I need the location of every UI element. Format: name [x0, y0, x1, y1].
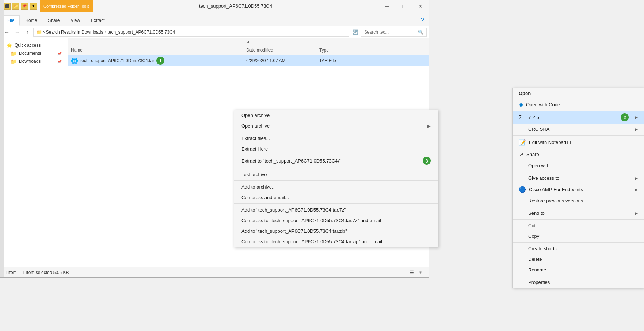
- ctx-compress-zip-email[interactable]: Compress to "tech_support_AP6C71.0D55.73…: [234, 236, 438, 247]
- sidebar-item-downloads[interactable]: 📁 Downloads 📌: [0, 57, 68, 65]
- ctx-give-access[interactable]: Give access to ▶: [513, 173, 644, 183]
- close-button[interactable]: ✕: [412, 0, 429, 12]
- scroll-up-button[interactable]: ▲: [68, 38, 429, 45]
- tab-extract[interactable]: Extract: [85, 15, 110, 26]
- sidebar: ⭐ Quick access 📁 Documents 📌 📁 Downloads…: [0, 38, 68, 267]
- 7zip-icon: 7: [519, 114, 525, 120]
- qs-dropdown[interactable]: ▼: [30, 3, 37, 10]
- ctx-sep-r2: [513, 172, 644, 172]
- ctx-open-with[interactable]: Open with...: [513, 160, 644, 171]
- minimize-button[interactable]: ─: [378, 0, 395, 12]
- ctx-sep-2: [234, 168, 438, 168]
- help-button[interactable]: ?: [418, 15, 427, 26]
- file-date-cell: 6/29/2020 11:07 AM: [243, 58, 316, 63]
- documents-icon: 📁: [11, 50, 17, 56]
- cisco-arrow: ▶: [635, 187, 638, 192]
- ctx-cut[interactable]: Cut: [513, 220, 644, 231]
- ctx-share[interactable]: ↗ Share: [513, 148, 644, 160]
- ctx-test-archive-label: Test archive: [241, 172, 267, 177]
- forward-button[interactable]: →: [13, 28, 22, 37]
- ctx-extract-here[interactable]: Extract Here: [234, 144, 438, 154]
- path-icon: 📁: [37, 30, 42, 35]
- col-type[interactable]: Type: [316, 47, 429, 53]
- context-menu-7zip: Open archive Open archive ▶ Extract file…: [234, 110, 438, 247]
- ctx-send-to[interactable]: Send to ▶: [513, 208, 644, 218]
- ctx-add-7z[interactable]: Add to "tech_support_AP6C71.0D55.73C4.ta…: [234, 205, 438, 215]
- ctx-extract-files[interactable]: Extract files...: [234, 133, 438, 144]
- ctx-edit-notepad-label: Edit with Notepad++: [529, 140, 638, 145]
- ctx-open-with-label: Open with...: [528, 163, 638, 168]
- ctx-add-7z-label: Add to "tech_support_AP6C71.0D55.73C4.ta…: [241, 207, 346, 213]
- details-view-btn[interactable]: ☰: [408, 269, 416, 277]
- ctx-sep-4: [234, 203, 438, 204]
- ctx-copy[interactable]: Copy: [513, 231, 644, 241]
- ctx-open-archive-1-label: Open archive: [241, 113, 270, 118]
- qs-btn3[interactable]: 📌: [21, 3, 28, 10]
- ctx-add-to-archive[interactable]: Add to archive...: [234, 182, 438, 192]
- sidebar-label-downloads: Downloads: [19, 59, 41, 64]
- ctx-extract-to-label: Extract to "tech_support_AP6C71.0D55.73C…: [241, 158, 341, 164]
- ctx-properties[interactable]: Properties: [513, 277, 644, 288]
- tab-home[interactable]: Home: [20, 15, 42, 26]
- up-button[interactable]: ↑: [23, 28, 32, 37]
- ctx-7zip[interactable]: 7 7-Zip 2 ▶: [513, 111, 644, 124]
- ctx-create-shortcut-label: Create shortcut: [528, 246, 638, 251]
- file-type-cell: TAR File: [316, 58, 429, 63]
- ctx-compress-7z-email[interactable]: Compress to "tech_support_AP6C71.0D55.73…: [234, 215, 438, 226]
- search-input[interactable]: [364, 30, 416, 35]
- quick-access-toolbar[interactable]: ⬛: [3, 3, 11, 10]
- open-archive-2-arrow: ▶: [427, 123, 431, 129]
- large-icons-btn[interactable]: ⊞: [416, 269, 424, 277]
- ctx-compress-email[interactable]: Compress and email...: [234, 192, 438, 203]
- 7zip-badge: 2: [621, 113, 629, 121]
- ctx-delete[interactable]: Delete: [513, 254, 644, 265]
- ctx-give-access-label: Give access to: [528, 175, 632, 181]
- table-row[interactable]: 🌐 tech_support_AP6C71.0D55.73C4.tar 1 6/…: [68, 55, 429, 66]
- cisco-icon: 🔵: [519, 186, 526, 193]
- documents-pin-icon: 📌: [57, 52, 62, 56]
- ctx-rename[interactable]: Rename: [513, 265, 644, 275]
- qs-btn2[interactable]: 📂: [12, 3, 19, 10]
- downloads-icon: 📁: [11, 58, 17, 64]
- sidebar-item-quick-access[interactable]: ⭐ Quick access: [0, 41, 68, 49]
- ctx-compress-zip-email-label: Compress to "tech_support_AP6C71.0D55.73…: [241, 239, 382, 244]
- ctx-extract-files-label: Extract files...: [241, 136, 270, 141]
- ctx-test-archive[interactable]: Test archive: [234, 169, 438, 180]
- vscode-icon: ◈: [519, 101, 523, 108]
- ribbon: File Home Share View Extract ?: [0, 12, 429, 26]
- ctx-crc-sha[interactable]: CRC SHA ▶: [513, 124, 644, 134]
- item-count: 1 item: [5, 270, 17, 275]
- view-icons: ☰ ⊞: [408, 269, 424, 277]
- tab-share[interactable]: Share: [42, 15, 65, 26]
- sidebar-scroll-handle[interactable]: [0, 38, 4, 267]
- sidebar-item-documents[interactable]: 📁 Documents 📌: [0, 49, 68, 57]
- ctx-create-shortcut[interactable]: Create shortcut: [513, 243, 644, 254]
- col-name[interactable]: Name: [68, 47, 243, 53]
- ctx-restore-versions[interactable]: Restore previous versions: [513, 195, 644, 206]
- refresh-button[interactable]: 🔄: [351, 28, 359, 37]
- ctx-sep-r1: [513, 135, 644, 136]
- tab-file[interactable]: File: [2, 15, 20, 26]
- ctx-add-zip[interactable]: Add to "tech_support_AP6C71.0D55.73C4.ta…: [234, 226, 438, 236]
- tab-view[interactable]: View: [65, 15, 85, 26]
- ctx-sep-r6: [513, 276, 644, 276]
- ctx-cisco-amp[interactable]: 🔵 Cisco AMP For Endpoints ▶: [513, 183, 644, 195]
- search-icon[interactable]: 🔍: [418, 30, 423, 35]
- notepad-icon: 📝: [519, 139, 526, 146]
- ctx-open[interactable]: Open: [513, 88, 644, 99]
- ctx-open-with-code[interactable]: ◈ Open with Code: [513, 99, 644, 111]
- path-part1: › Search Results in Downloads: [42, 30, 103, 35]
- ctx-cut-label: Cut: [528, 223, 638, 228]
- ctx-edit-notepad[interactable]: 📝 Edit with Notepad++: [513, 136, 644, 148]
- ctx-sep-1: [234, 132, 438, 132]
- path-separator: ›: [104, 30, 106, 35]
- ctx-open-archive-2[interactable]: Open archive ▶: [234, 121, 438, 131]
- address-path[interactable]: 📁 › Search Results in Downloads › tech_s…: [33, 28, 349, 37]
- compressed-folder-tools-tab[interactable]: Compressed Folder Tools: [40, 0, 93, 12]
- maximize-button[interactable]: □: [395, 0, 412, 12]
- col-date[interactable]: Date modified: [243, 47, 316, 53]
- ctx-extract-to[interactable]: Extract to "tech_support_AP6C71.0D55.73C…: [234, 154, 438, 167]
- context-menu-shell: Open ◈ Open with Code 7 7-Zip 2 ▶ CRC SH…: [512, 88, 644, 288]
- quick-access-icon: ⭐: [6, 42, 12, 48]
- ctx-open-archive-1[interactable]: Open archive: [234, 110, 438, 121]
